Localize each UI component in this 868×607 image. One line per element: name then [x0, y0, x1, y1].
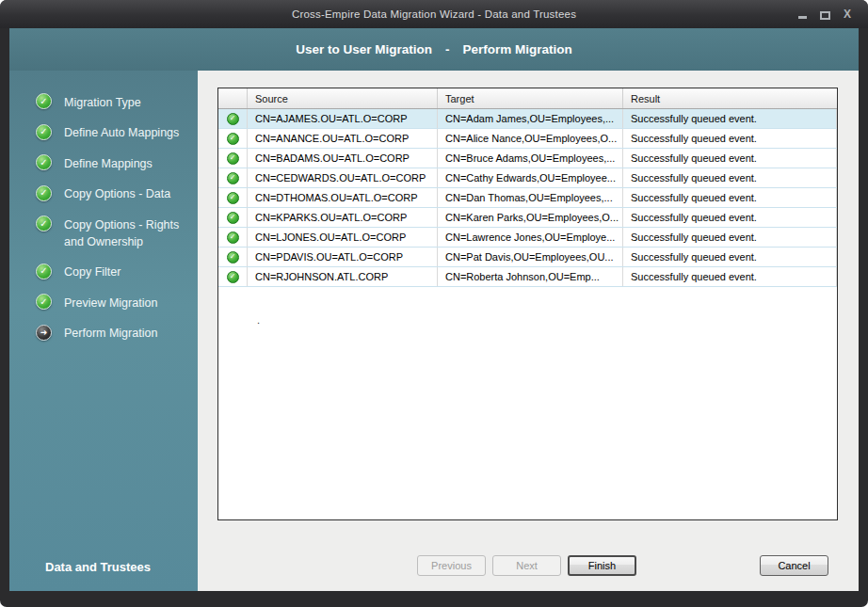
row-result: Successfully queued event. [623, 129, 837, 148]
table-row[interactable]: ✓ CN=AJAMES.OU=ATL.O=CORP CN=Adam James,… [218, 109, 837, 129]
completed-check-icon: ✓ [36, 264, 52, 280]
completed-check-icon: ✓ [36, 185, 52, 201]
row-source: CN=PDAVIS.OU=ATL.O=CORP [248, 248, 438, 266]
sidebar-step[interactable]: ✓ Migration Type [36, 93, 188, 111]
table-row[interactable]: ✓ CN=KPARKS.OU=ATL.O=CORP CN=Karen Parks… [218, 208, 837, 228]
stray-dot-text: . [257, 314, 260, 326]
title-bar: Cross-Empire Data Migration Wizard - Dat… [0, 0, 868, 28]
row-target: CN=Alice Nance,OU=Employees,O... [438, 129, 623, 148]
row-target: CN=Karen Parks,OU=Employees,O... [438, 208, 623, 227]
sidebar-footer-label: Data and Trustees [45, 560, 151, 574]
completed-check-icon: ✓ [36, 216, 52, 232]
table-row[interactable]: ✓ CN=PDAVIS.OU=ATL.O=CORP CN=Pat Davis,O… [218, 248, 837, 267]
table-row[interactable]: ✓ CN=LJONES.OU=ATL.O=CORP CN=Lawrence Jo… [218, 228, 837, 248]
row-source: CN=RJOHNSON.ATL.CORP [248, 267, 438, 286]
page-header: User to User Migration - Perform Migrati… [9, 28, 859, 71]
maximize-icon[interactable] [819, 8, 830, 20]
row-result: Successfully queued event. [623, 168, 837, 187]
success-check-icon: ✓ [227, 232, 239, 244]
row-result: Successfully queued event. [623, 267, 837, 286]
row-source: CN=LJONES.OU=ATL.O=CORP [248, 228, 438, 247]
sidebar-step[interactable]: ✓ Copy Options - Data [36, 185, 188, 203]
column-header-status[interactable] [218, 88, 248, 108]
sidebar-step[interactable]: ✓ Copy Options - Rights and Ownership [36, 216, 188, 250]
row-result: Successfully queued event. [623, 149, 837, 168]
sidebar-step[interactable]: ✓ Copy Filter [36, 264, 188, 281]
row-result: Successfully queued event. [623, 248, 837, 266]
row-target: CN=Lawrence Jones,OU=Employe... [438, 228, 623, 247]
row-result: Successfully queued event. [623, 188, 837, 207]
row-result: Successfully queued event. [623, 228, 837, 247]
table-header: Source Target Result [218, 88, 837, 109]
success-check-icon: ✓ [227, 152, 239, 165]
row-result: Successfully queued event. [623, 109, 837, 128]
row-source: CN=KPARKS.OU=ATL.O=CORP [248, 208, 438, 227]
success-check-icon: ✓ [227, 192, 239, 204]
table-row[interactable]: ✓ CN=RJOHNSON.ATL.CORP CN=Roberta Johnso… [218, 267, 837, 287]
row-target: CN=Bruce Adams,OU=Employees,... [438, 149, 623, 168]
success-check-icon: ✓ [227, 172, 239, 184]
table-row[interactable]: ✓ CN=CEDWARDS.OU=ATL.O=CORP CN=Cathy Edw… [218, 168, 837, 188]
sidebar-step[interactable]: ✓ Define Auto Mappings [36, 124, 188, 142]
row-target: CN=Pat Davis,OU=Employees,OU... [438, 248, 623, 266]
column-header-source[interactable]: Source [248, 88, 438, 108]
migration-results-list: Source Target Result ✓ CN=AJAMES.OU=ATL.… [217, 88, 838, 520]
row-target: CN=Adam James,OU=Employees,... [438, 109, 623, 128]
success-check-icon: ✓ [227, 271, 239, 283]
success-check-icon: ✓ [227, 212, 239, 224]
finish-button[interactable]: Finish [568, 555, 636, 576]
window-title: Cross-Empire Data Migration Wizard - Dat… [292, 8, 576, 20]
row-source: CN=DTHOMAS.OU=ATL.O=CORP [248, 188, 438, 207]
completed-check-icon: ✓ [36, 154, 52, 170]
sidebar-step[interactable]: ✓ Define Mappings [36, 154, 188, 172]
success-check-icon: ✓ [227, 113, 239, 125]
completed-check-icon: ✓ [36, 124, 52, 140]
table-row[interactable]: ✓ CN=ANANCE.OU=ATL.O=CORP CN=Alice Nance… [218, 129, 837, 149]
row-target: CN=Cathy Edwards,OU=Employee... [438, 168, 623, 187]
row-target: CN=Dan Thomas,OU=Employees,... [438, 188, 623, 207]
sidebar-step[interactable]: ➜ Perform Migration [36, 325, 188, 343]
row-source: CN=AJAMES.OU=ATL.O=CORP [248, 109, 438, 128]
wizard-steps-sidebar: ✓ Migration Type ✓ Define Auto Mappings … [9, 71, 198, 591]
row-source: CN=CEDWARDS.OU=ATL.O=CORP [248, 168, 438, 187]
success-check-icon: ✓ [227, 251, 239, 264]
row-result: Successfully queued event. [623, 208, 837, 227]
sidebar-step[interactable]: ✓ Preview Migration [36, 294, 188, 311]
table-body: ✓ CN=AJAMES.OU=ATL.O=CORP CN=Adam James,… [218, 109, 837, 287]
completed-check-icon: ✓ [36, 294, 52, 310]
current-step-arrow-icon: ➜ [36, 325, 52, 341]
close-icon[interactable]: X [842, 8, 853, 20]
cancel-button[interactable]: Cancel [760, 555, 828, 576]
row-source: CN=BADAMS.OU=ATL.O=CORP [248, 149, 438, 168]
minimize-icon[interactable] [796, 8, 808, 20]
table-row[interactable]: ✓ CN=BADAMS.OU=ATL.O=CORP CN=Bruce Adams… [218, 149, 837, 168]
column-header-result[interactable]: Result [623, 88, 837, 108]
page-title: User to User Migration - Perform Migrati… [296, 42, 572, 56]
table-row[interactable]: ✓ CN=DTHOMAS.OU=ATL.O=CORP CN=Dan Thomas… [218, 188, 837, 208]
previous-button[interactable]: Previous [417, 555, 486, 576]
success-check-icon: ✓ [227, 133, 239, 145]
next-button[interactable]: Next [492, 555, 561, 576]
wizard-window: Cross-Empire Data Migration Wizard - Dat… [0, 0, 868, 607]
sidebar-steps: ✓ Migration Type ✓ Define Auto Mappings … [9, 71, 198, 342]
column-header-target[interactable]: Target [438, 88, 623, 108]
row-target: CN=Roberta Johnson,OU=Emp... [438, 267, 623, 286]
window-controls: X [796, 8, 853, 20]
row-source: CN=ANANCE.OU=ATL.O=CORP [248, 129, 438, 148]
completed-check-icon: ✓ [36, 93, 52, 109]
content-area: Source Target Result ✓ CN=AJAMES.OU=ATL.… [198, 71, 859, 591]
